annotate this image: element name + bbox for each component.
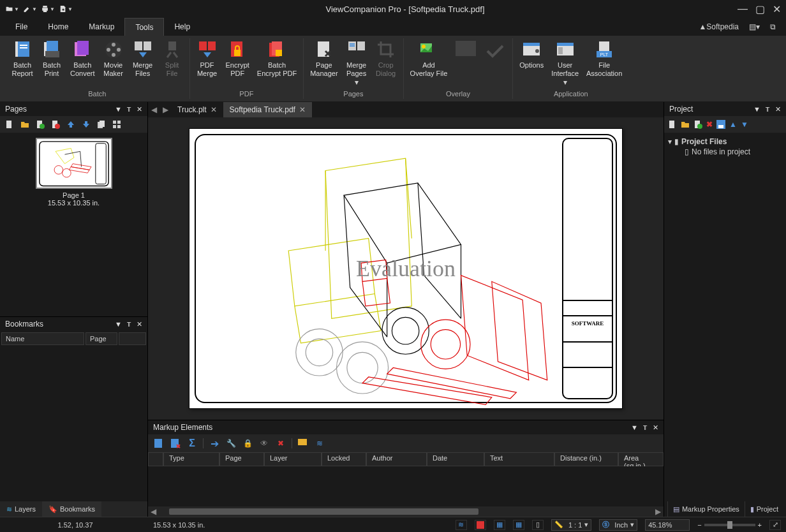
mk-arrow-icon[interactable]: ➔ [209,438,220,449]
batch-convert-button[interactable]: Batch Convert [68,38,98,89]
zoom-out-icon[interactable]: − [697,521,701,529]
pj-new-icon[interactable] [668,120,677,129]
project-root[interactable]: ▾ ▮ Project Files [668,137,782,147]
file-association-button[interactable]: PLTFile Association [584,38,625,89]
pj-remove-icon[interactable]: ✖ [706,120,713,129]
batch-print-button[interactable]: Batch Print [38,38,65,89]
pj-dropdown-icon[interactable]: ▼ [753,105,760,113]
mk-col-layer[interactable]: Layer [264,452,322,466]
tab-layers[interactable]: ≋Layers [0,501,42,517]
minimize-icon[interactable]: — [738,3,748,15]
mk-col-page[interactable]: Page [219,452,264,466]
mk-col-type[interactable]: Type [163,452,219,466]
collapse-icon[interactable]: ▾ [668,137,672,146]
pages-open-icon[interactable] [19,119,31,130]
bm-dropdown-icon[interactable]: ▼ [115,320,122,328]
mk-col-check[interactable] [148,452,163,466]
mk-layers-icon[interactable]: ≋ [314,438,325,449]
status-fit-icon[interactable]: ⤢ [769,520,781,530]
status-doc-icon[interactable]: ▯ [532,520,544,530]
mk-sum-icon[interactable]: Σ [186,438,198,449]
tab-nav-right-icon[interactable]: ▶ [159,102,171,117]
qat-preview-icon[interactable]: ▼ [59,3,73,15]
page-manager-button[interactable]: Page Manager [308,38,340,89]
pages-copy-icon[interactable] [96,119,107,130]
mk-col-locked[interactable]: Locked [322,452,366,466]
horizontal-scrollbar[interactable]: ◀ ▶ [148,506,664,517]
pages-add-icon[interactable] [34,119,46,130]
mk-dropdown-icon[interactable]: ▼ [631,424,638,431]
mk-col-distance[interactable]: Distance (in.) [554,452,618,466]
tab-project[interactable]: ▮Project [745,501,783,517]
mk-col-area[interactable]: Area (sq.in.) [618,452,664,466]
pj-close-icon[interactable]: ✕ [775,105,781,114]
add-overlay-file-button[interactable]: Add Overlay File [408,38,450,89]
pj-pin-icon[interactable]: ⫪ [764,105,771,113]
pj-add-icon[interactable] [693,120,702,129]
menu-file[interactable]: File [5,18,38,36]
menubar-maximize-icon[interactable]: ⧉ [765,18,781,36]
menu-markup[interactable]: Markup [78,18,124,36]
merge-pages-button[interactable]: Merge Pages▾ [343,38,370,89]
mk-delete-icon[interactable]: ✖ [275,438,286,449]
doc-tab-1[interactable]: Truck.plt✕ [171,102,223,117]
status-unit[interactable]: ⓢInch ▾ [599,519,637,531]
options-button[interactable]: Options [517,38,546,89]
mk-col-date[interactable]: Date [427,452,484,466]
panel-close-icon[interactable]: ✕ [137,105,142,114]
pages-file-icon[interactable] [4,119,15,130]
bm-close-icon[interactable]: ✕ [137,320,142,329]
mk-wrench-icon[interactable]: 🔧 [225,438,237,449]
status-grid2-icon[interactable]: ▦ [513,520,524,530]
panel-dropdown-icon[interactable]: ▼ [115,105,122,113]
status-grid-icon[interactable]: ▦ [494,520,505,530]
close-icon[interactable]: ✕ [773,3,781,15]
mk-deselect-icon[interactable] [170,438,181,449]
encrypt-pdf-button[interactable]: Encrypt PDF [223,38,252,89]
menu-help[interactable]: Help [164,18,200,36]
pages-up-icon[interactable] [65,119,77,130]
panel-pin-icon[interactable]: ⫪ [126,105,133,113]
batch-report-button[interactable]: Batch Report [9,38,36,89]
tab-close-icon[interactable]: ✕ [211,105,217,114]
pdf-merge-button[interactable]: PDF Merge [194,38,221,89]
status-scale[interactable]: 📏1 : 1 ▾ [551,519,591,531]
doc-tab-2[interactable]: Softpedia Truck.pdf✕ [223,102,312,117]
bm-pin-icon[interactable]: ⫪ [126,320,133,328]
page-thumbnail[interactable]: Page 1 15.53 x 10.35 in. [5,138,142,207]
mk-pin-icon[interactable]: ⫪ [642,424,649,431]
zoom-slider[interactable] [704,524,755,526]
mk-hide-icon[interactable]: 👁 [258,438,270,449]
pages-delete-icon[interactable] [50,119,61,130]
mk-close-icon[interactable]: ✕ [653,424,658,432]
mk-comment-icon[interactable] [297,438,309,449]
menu-home[interactable]: Home [38,18,78,36]
maximize-icon[interactable]: ▢ [755,3,765,15]
menu-tools[interactable]: Tools [124,18,164,36]
mk-col-text[interactable]: Text [484,452,554,466]
qat-print-icon[interactable]: ▼ [41,3,55,15]
qat-edit-icon[interactable]: ▼ [23,3,37,15]
tab-close-icon[interactable]: ✕ [299,105,306,114]
menubar-dropdown-icon[interactable]: ▤▾ [744,18,765,36]
pj-up-icon[interactable]: ▲ [729,120,737,129]
pj-save-icon[interactable] [716,120,725,129]
pj-down-icon[interactable]: ▼ [741,120,748,129]
qat-open-icon[interactable]: ▼ [5,3,19,15]
bm-col-page[interactable]: Page [85,332,117,345]
document-viewport[interactable]: SOFTWARE [148,117,664,420]
mk-col-author[interactable]: Author [366,452,427,466]
zoom-in-icon[interactable]: + [758,521,762,529]
tab-bookmarks[interactable]: 🔖Bookmarks [42,501,101,517]
bm-col-name[interactable]: Name [1,332,84,345]
movie-maker-button[interactable]: Movie Maker [100,38,127,89]
pages-down-icon[interactable] [80,119,92,130]
tab-nav-left-icon[interactable]: ◀ [148,102,159,117]
user-interface-button[interactable]: User Interface▾ [549,38,581,89]
pages-thumb-icon[interactable] [111,119,122,130]
status-pdf-icon[interactable] [475,520,486,530]
status-layers-icon[interactable]: ≋ [456,520,467,530]
batch-encrypt-pdf-button[interactable]: Batch Encrypt PDF [255,38,299,89]
merge-files-button[interactable]: Merge Files [130,38,156,89]
tab-markup-properties[interactable]: ▤Markup Properties [667,501,745,517]
